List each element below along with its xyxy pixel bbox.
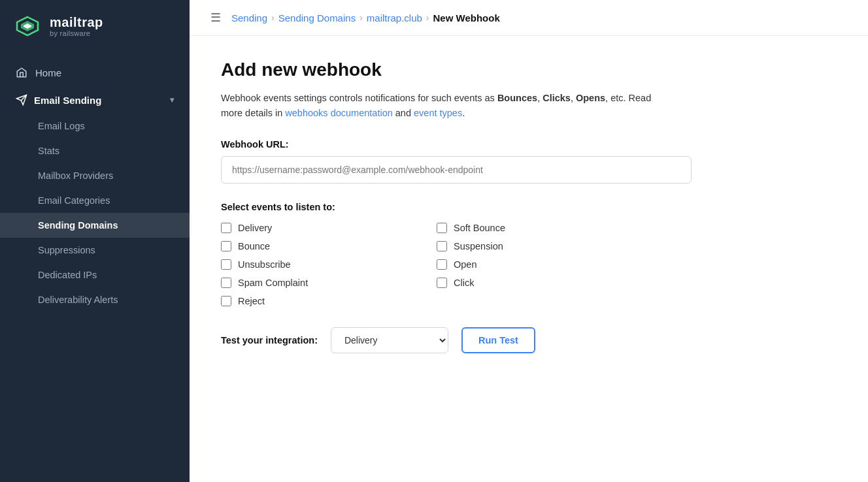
page-title: Add new webhook [221, 59, 837, 80]
checkbox-unsubscribe-input[interactable] [221, 259, 231, 270]
main-content: ☰ Sending › Sending Domains › mailtrap.c… [190, 0, 868, 482]
sidebar-section-email-sending[interactable]: Email Sending ▾ [0, 86, 190, 114]
logo-name: mailtrap [50, 15, 103, 29]
checkbox-open-input[interactable] [437, 259, 447, 270]
checkbox-spam-complaint-input[interactable] [221, 278, 231, 288]
sidebar-sub-items: Email Logs Stats Mailbox Providers Email… [0, 114, 190, 312]
checkbox-soft-bounce[interactable]: Soft Bounce [437, 223, 613, 233]
checkbox-bounce[interactable]: Bounce [221, 241, 397, 251]
sidebar: mailtrap by railsware Home Email Sending… [0, 0, 190, 482]
chevron-down-icon: ▾ [170, 95, 174, 104]
bold-opens: Opens [576, 93, 605, 103]
checkbox-bounce-input[interactable] [221, 241, 231, 251]
run-test-button[interactable]: Run Test [461, 327, 535, 353]
test-event-select[interactable]: Delivery Bounce Soft Bounce Suspension U… [331, 327, 448, 353]
page-content: Add new webhook Webhook events settings … [190, 36, 868, 482]
sidebar-item-dedicated-ips[interactable]: Dedicated IPs [0, 263, 190, 287]
sidebar-item-mailbox-providers[interactable]: Mailbox Providers [0, 163, 190, 188]
sidebar-item-email-logs[interactable]: Email Logs [0, 114, 190, 138]
checkbox-suspension-input[interactable] [437, 241, 447, 251]
sidebar-item-home[interactable]: Home [0, 59, 190, 86]
checkbox-delivery-input[interactable] [221, 223, 231, 233]
checkbox-reject-input[interactable] [221, 296, 231, 306]
send-icon [16, 94, 27, 106]
test-section: Test your integration: Delivery Bounce S… [221, 327, 692, 353]
logo-text: mailtrap by railsware [50, 15, 103, 37]
topbar: ☰ Sending › Sending Domains › mailtrap.c… [190, 0, 868, 36]
home-icon [16, 67, 27, 78]
logo-sub: by railsware [50, 29, 103, 37]
sidebar-navigation: Home Email Sending ▾ Email Logs Stats Ma… [0, 52, 190, 319]
checkbox-soft-bounce-input[interactable] [437, 223, 447, 233]
breadcrumb-domain[interactable]: mailtrap.club [367, 12, 422, 24]
checkbox-click-input[interactable] [437, 278, 447, 288]
events-grid: Delivery Soft Bounce Bounce Suspension U… [221, 223, 613, 306]
checkbox-reject[interactable]: Reject [221, 296, 397, 306]
checkbox-unsubscribe[interactable]: Unsubscribe [221, 259, 397, 270]
webhook-url-input[interactable] [221, 156, 692, 184]
hamburger-icon[interactable]: ☰ [210, 10, 221, 25]
sidebar-item-deliverability-alerts[interactable]: Deliverability Alerts [0, 287, 190, 312]
breadcrumb-sending-domains[interactable]: Sending Domains [278, 12, 356, 24]
sidebar-item-stats[interactable]: Stats [0, 138, 190, 163]
events-label: Select events to listen to: [221, 202, 692, 212]
breadcrumb: Sending › Sending Domains › mailtrap.clu… [231, 12, 500, 24]
sidebar-item-sending-domains[interactable]: Sending Domains [0, 213, 190, 238]
form-section: Webhook URL: Select events to listen to:… [221, 139, 692, 353]
webhooks-documentation-link[interactable]: webhooks documentation [285, 108, 392, 118]
bold-clicks: Clicks [542, 93, 571, 103]
mailtrap-logo-icon [13, 12, 42, 40]
breadcrumb-sep-3: › [426, 12, 429, 23]
breadcrumb-sending[interactable]: Sending [231, 12, 267, 24]
checkbox-click[interactable]: Click [437, 278, 613, 288]
checkbox-suspension[interactable]: Suspension [437, 241, 613, 251]
checkbox-spam-complaint[interactable]: Spam Complaint [221, 278, 397, 288]
breadcrumb-current: New Webhook [433, 12, 500, 24]
checkbox-open[interactable]: Open [437, 259, 613, 270]
event-types-link[interactable]: event types [414, 108, 462, 118]
sidebar-item-suppressions[interactable]: Suppressions [0, 238, 190, 263]
page-description: Webhook events settings controls notific… [221, 91, 665, 121]
breadcrumb-sep-1: › [271, 12, 275, 23]
breadcrumb-sep-2: › [359, 12, 363, 23]
sidebar-item-email-categories[interactable]: Email Categories [0, 188, 190, 213]
home-label: Home [35, 67, 61, 78]
bold-bounces: Bounces [497, 93, 537, 103]
sidebar-logo: mailtrap by railsware [0, 0, 190, 52]
checkbox-delivery[interactable]: Delivery [221, 223, 397, 233]
test-integration-label: Test your integration: [221, 335, 318, 345]
email-sending-label: Email Sending [34, 95, 101, 106]
webhook-url-label: Webhook URL: [221, 139, 692, 150]
